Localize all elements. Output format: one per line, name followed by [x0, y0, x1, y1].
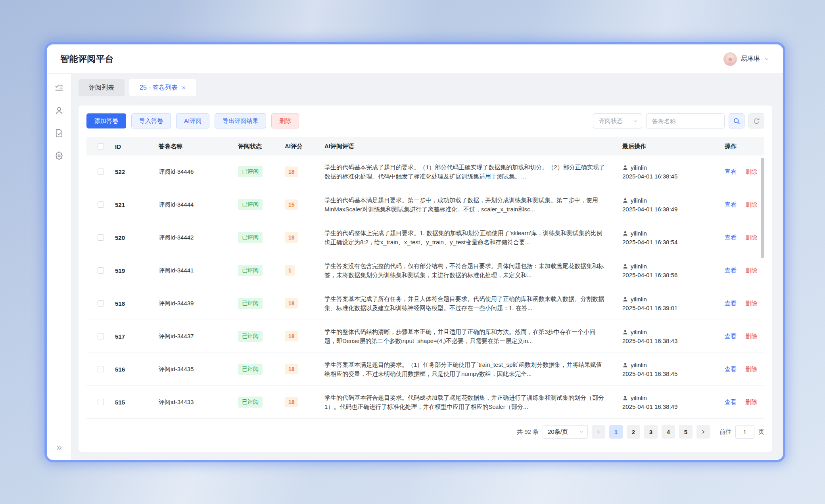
refresh-icon: [753, 117, 760, 125]
person-icon: [622, 395, 628, 401]
row-checkbox[interactable]: [98, 201, 104, 208]
header-name: 答卷名称: [155, 143, 235, 150]
row-checkbox[interactable]: [98, 234, 104, 241]
operator-name: yilinlin: [631, 395, 647, 401]
answer-name-filter-input[interactable]: [646, 113, 725, 128]
delete-link[interactable]: 删除: [745, 201, 757, 208]
view-link[interactable]: 查看: [725, 333, 737, 339]
cell-ops: 查看 删除: [721, 234, 764, 241]
sidebar: [47, 74, 71, 460]
row-checkbox[interactable]: [98, 300, 104, 307]
page-button-4[interactable]: 4: [662, 425, 675, 439]
person-icon: [622, 230, 628, 236]
delete-link[interactable]: 删除: [745, 399, 757, 405]
operator-name: yilinlin: [631, 329, 647, 335]
cell-answer-name: 评阅id-34433: [155, 399, 235, 406]
user-name: 易琳琳: [741, 55, 760, 63]
view-link[interactable]: 查看: [725, 366, 737, 372]
next-page-button[interactable]: [696, 425, 710, 439]
header-id: ID: [112, 143, 155, 150]
delete-link[interactable]: 删除: [745, 267, 757, 274]
goto-prefix-label: 前往: [719, 428, 731, 436]
view-link[interactable]: 查看: [725, 234, 737, 241]
cell-last-op: yilinlin 2025-04-01 16:38:54: [619, 230, 721, 245]
view-link[interactable]: 查看: [725, 267, 737, 274]
search-button[interactable]: [729, 113, 744, 128]
operation-time: 2025-04-01 16:38:43: [622, 337, 718, 344]
score-badge: 18: [285, 331, 298, 341]
row-checkbox[interactable]: [98, 169, 104, 175]
cell-answer-name: 评阅id-34441: [155, 267, 235, 274]
table-row: 517 评阅id-34437 已评阅 18 学生的整体代码结构清晰，步骤基本正确…: [86, 320, 764, 353]
user-icon: [54, 106, 64, 115]
view-link[interactable]: 查看: [725, 399, 737, 405]
page-button-5[interactable]: 5: [679, 425, 693, 439]
app-title: 智能评阅平台: [60, 53, 114, 65]
cell-last-op: yilinlin 2025-04-01 16:38:45: [619, 362, 721, 377]
view-link[interactable]: 查看: [725, 168, 737, 175]
status-filter-select[interactable]: 评阅状态: [593, 113, 642, 128]
delete-link[interactable]: 删除: [745, 300, 757, 307]
chevron-down-icon: [764, 56, 769, 62]
goto-suffix-label: 页: [758, 428, 764, 436]
sidebar-item-users[interactable]: [52, 105, 66, 116]
close-tab-icon[interactable]: ×: [182, 84, 186, 91]
delete-link[interactable]: 删除: [745, 366, 757, 372]
prev-page-button[interactable]: [592, 425, 605, 439]
person-icon: [622, 296, 628, 302]
delete-link[interactable]: 删除: [745, 168, 757, 175]
add-answer-button[interactable]: 添加答卷: [86, 113, 126, 128]
tab-review-list[interactable]: 评阅列表: [79, 79, 125, 96]
table-scrollbar[interactable]: [761, 158, 764, 258]
row-checkbox[interactable]: [98, 333, 104, 339]
page-button-2[interactable]: 2: [627, 425, 640, 439]
view-link[interactable]: 查看: [725, 300, 737, 307]
table-row: 518 评阅id-34439 已评阅 18 学生答案基本完成了所有任务，并且大体…: [86, 287, 764, 320]
delete-button[interactable]: 删除: [271, 113, 299, 128]
sidebar-item-documents[interactable]: [52, 128, 66, 139]
import-answer-button[interactable]: 导入答卷: [131, 113, 171, 128]
delete-link[interactable]: 删除: [745, 234, 757, 241]
page-button-1[interactable]: 1: [609, 425, 623, 439]
view-link[interactable]: 查看: [725, 201, 737, 208]
tab-answer-list[interactable]: 25 - 答卷列表 ×: [129, 79, 196, 96]
status-badge: 已评阅: [238, 199, 263, 210]
sidebar-collapse-button[interactable]: [52, 442, 66, 453]
toolbar: 添加答卷 导入答卷 AI评阅 导出评阅结果 删除 评阅状态: [86, 113, 764, 128]
cell-id: 515: [112, 399, 155, 406]
ai-review-button[interactable]: AI评阅: [176, 113, 209, 128]
cell-ai-comment: 学生答案基本完成了所有任务，并且大体符合题目要求。代码使用了正确的库和函数来载入…: [324, 294, 616, 313]
cell-ops: 查看 删除: [721, 201, 764, 209]
cell-id: 520: [112, 234, 155, 241]
person-icon: [622, 165, 628, 171]
refresh-button[interactable]: [748, 113, 764, 128]
table-body: 522 评阅id-34446 已评阅 18 学生的代码基本完成了题目的要求。（1…: [86, 155, 764, 419]
status-badge: 已评阅: [238, 397, 263, 408]
row-checkbox[interactable]: [98, 366, 104, 372]
page-button-3[interactable]: 3: [644, 425, 658, 439]
page-size-select[interactable]: 20条/页: [543, 425, 588, 439]
goto-page-input[interactable]: [735, 425, 754, 439]
avatar[interactable]: [723, 52, 737, 66]
delete-link[interactable]: 删除: [745, 333, 757, 339]
score-badge: 18: [285, 167, 298, 177]
export-results-button[interactable]: 导出评阅结果: [215, 113, 266, 128]
select-all-checkbox[interactable]: [98, 143, 104, 149]
user-menu[interactable]: 易琳琳: [723, 52, 769, 66]
sidebar-item-review-tasks[interactable]: [52, 82, 66, 94]
sidebar-item-settings[interactable]: [52, 150, 66, 161]
cell-ops: 查看 删除: [721, 399, 764, 406]
row-checkbox[interactable]: [98, 399, 104, 405]
row-checkbox[interactable]: [98, 267, 104, 274]
operation-time: 2025-04-01 16:38:49: [622, 206, 718, 213]
table-row: 519 评阅id-34441 已评阅 1 学生答案没有包含完整的代码，仅有部分结…: [86, 254, 764, 287]
score-badge: 18: [285, 298, 298, 309]
header-ops: 操作: [721, 143, 764, 150]
cell-ops: 查看 删除: [721, 267, 764, 274]
table-header-row: ID 答卷名称 评阅状态 AI评分 AI评阅评语 最后操作 操作: [86, 137, 764, 155]
status-badge: 已评阅: [238, 298, 263, 309]
person-icon: [622, 197, 628, 203]
cell-ai-comment: 学生答案没有包含完整的代码，仅有部分结构，不符合题目要求。具体问题包括：未加载鸢…: [324, 261, 616, 280]
score-badge: 18: [285, 364, 298, 374]
window-header: 智能评阅平台 易琳琳: [47, 44, 783, 74]
